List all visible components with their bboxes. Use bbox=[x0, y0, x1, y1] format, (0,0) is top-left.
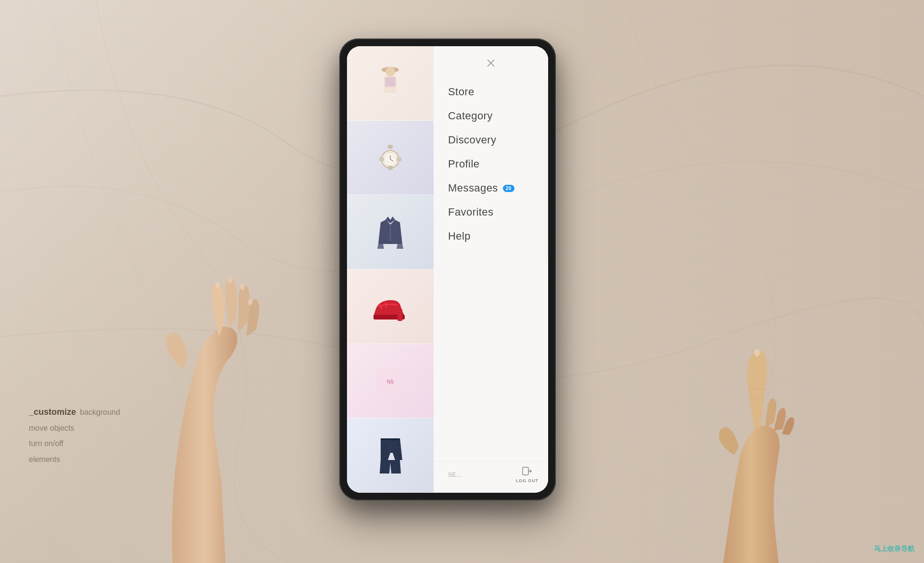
svg-rect-12 bbox=[390, 225, 391, 242]
close-icon bbox=[487, 59, 495, 67]
product-item-fashion[interactable] bbox=[347, 46, 434, 121]
tablet-screen: NS bbox=[347, 46, 548, 493]
product-item-watch[interactable] bbox=[347, 121, 434, 195]
navigation-menu: Store Category Discovery Profile Message… bbox=[434, 46, 548, 493]
messages-badge: 20 bbox=[503, 185, 514, 192]
svg-rect-3 bbox=[385, 77, 396, 87]
product-item-jeans[interactable] bbox=[347, 418, 434, 493]
menu-item-store[interactable]: Store bbox=[448, 80, 534, 104]
svg-rect-18 bbox=[381, 438, 400, 440]
tablet-outer-frame: NS bbox=[339, 38, 556, 500]
menu-item-favorites[interactable]: Favorites bbox=[448, 200, 534, 224]
customize-desc-move: move objects bbox=[29, 422, 120, 435]
tablet-device: NS bbox=[339, 38, 556, 500]
svg-text:NS: NS bbox=[387, 379, 394, 384]
svg-rect-21 bbox=[523, 467, 528, 475]
close-button[interactable] bbox=[484, 56, 498, 70]
logout-button[interactable]: LOG OUT bbox=[516, 466, 539, 483]
logout-label: LOG OUT bbox=[516, 478, 539, 483]
menu-item-help[interactable]: Help bbox=[448, 224, 534, 248]
product-item-shoes[interactable] bbox=[347, 269, 434, 344]
logout-icon bbox=[522, 466, 532, 476]
menu-item-category[interactable]: Category bbox=[448, 104, 534, 128]
svg-rect-9 bbox=[388, 166, 393, 170]
customize-desc-elements: elements bbox=[29, 453, 120, 467]
menu-items-list: Store Category Discovery Profile Message… bbox=[434, 75, 548, 253]
svg-rect-10 bbox=[379, 157, 384, 161]
settings-label[interactable]: SE... bbox=[448, 472, 462, 478]
customize-desc-toggle: turn on/off bbox=[29, 437, 120, 451]
product-jeans-img bbox=[347, 418, 434, 492]
product-list-panel: NS bbox=[347, 46, 434, 493]
customize-label: _customize bbox=[29, 407, 76, 417]
product-fashion-img bbox=[347, 46, 434, 120]
product-pink-img: NS bbox=[347, 344, 434, 418]
menu-item-messages[interactable]: Messages 20 bbox=[448, 176, 534, 200]
product-item-pink[interactable]: NS bbox=[347, 344, 434, 419]
product-jacket-img bbox=[347, 195, 434, 269]
svg-rect-4 bbox=[388, 145, 393, 149]
customize-desc-bg: background bbox=[80, 406, 120, 420]
svg-rect-11 bbox=[397, 157, 401, 161]
svg-rect-14 bbox=[398, 309, 402, 321]
svg-point-1 bbox=[385, 67, 395, 77]
menu-item-discovery[interactable]: Discovery bbox=[448, 128, 534, 152]
customize-section: _customize background move objects turn … bbox=[29, 404, 120, 467]
product-shoes-img bbox=[347, 269, 434, 344]
product-watch-img bbox=[347, 121, 434, 195]
product-item-jacket[interactable] bbox=[347, 195, 434, 269]
watermark: 马上收录导航 bbox=[874, 545, 914, 553]
menu-item-profile[interactable]: Profile bbox=[448, 152, 534, 176]
